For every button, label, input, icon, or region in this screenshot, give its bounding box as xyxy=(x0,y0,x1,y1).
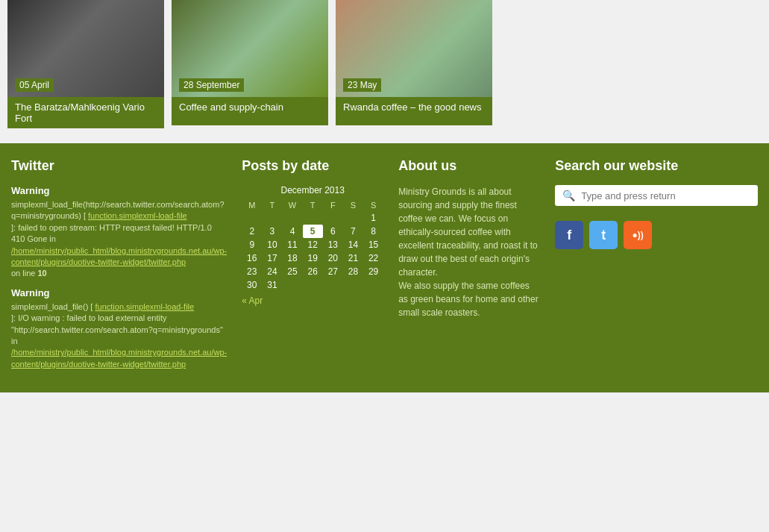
cal-th-m: M xyxy=(242,199,262,211)
about-title: About us xyxy=(398,158,540,174)
calendar-header-row: M T W T F S S xyxy=(242,199,383,211)
calendar-day[interactable]: 24 xyxy=(262,265,282,278)
search-box[interactable]: 🔍 xyxy=(555,185,758,206)
twitter-title: Twitter xyxy=(11,158,227,174)
posts-title: Posts by date xyxy=(242,158,383,174)
card-title-1: The Baratza/Mahlkoenig Vario Fort xyxy=(7,97,164,128)
twitter-social-label: t xyxy=(601,228,606,243)
calendar-day xyxy=(282,211,302,225)
calendar-day[interactable]: 14 xyxy=(343,238,363,251)
calendar-day[interactable]: 5 xyxy=(303,225,323,238)
calendar-day xyxy=(323,211,343,225)
calendar-row: 23242526272829 xyxy=(242,265,383,278)
card-list: 05 April The Baratza/Mahlkoenig Vario Fo… xyxy=(0,0,500,128)
calendar-day[interactable]: 3 xyxy=(262,225,282,238)
article-card-1[interactable]: 05 April The Baratza/Mahlkoenig Vario Fo… xyxy=(7,0,164,128)
search-title: Search our website xyxy=(555,158,758,174)
twitter-warning-1: Warning xyxy=(11,185,227,196)
twitter-path-2: /home/ministry/public_html/blog.ministry… xyxy=(11,348,227,368)
calendar-day[interactable]: 18 xyxy=(282,251,302,265)
footer-section: Twitter Warning simplexml_load_file(http… xyxy=(0,143,769,392)
twitter-error-2b: ]: I/O warning : failed to load external… xyxy=(11,313,223,345)
calendar-body: 1234567891011121314151617181920212223242… xyxy=(242,211,383,292)
card-date-1: 05 April xyxy=(15,78,54,92)
calendar-day[interactable]: 13 xyxy=(323,238,343,251)
cal-th-s1: S xyxy=(343,199,363,211)
search-input[interactable] xyxy=(581,190,750,201)
calendar-day xyxy=(343,278,363,292)
rss-label: ●)) xyxy=(633,230,644,240)
calendar-day[interactable]: 8 xyxy=(363,225,383,238)
calendar-day[interactable]: 26 xyxy=(303,265,323,278)
cal-prev-link[interactable]: « Apr xyxy=(242,295,263,306)
calendar-day[interactable]: 21 xyxy=(343,251,363,265)
cal-th-t2: T xyxy=(303,199,323,211)
about-column: About us Ministry Grounds is all about s… xyxy=(398,158,540,378)
calendar-row: 3031 xyxy=(242,278,383,292)
twitter-column: Twitter Warning simplexml_load_file(http… xyxy=(11,158,227,378)
calendar-day[interactable]: 6 xyxy=(323,225,343,238)
twitter-error-1: simplexml_load_file(http://search.twitte… xyxy=(11,199,227,280)
twitter-warning-2: Warning xyxy=(11,287,227,298)
twitter-path-1: /home/ministry/public_html/blog.ministry… xyxy=(11,246,227,266)
calendar-day[interactable]: 23 xyxy=(242,265,262,278)
calendar-day[interactable]: 27 xyxy=(323,265,343,278)
calendar-row: 9101112131415 xyxy=(242,238,383,251)
facebook-icon[interactable]: f xyxy=(555,221,583,249)
calendar-day xyxy=(303,211,323,225)
calendar-day[interactable]: 9 xyxy=(242,238,262,251)
calendar-day[interactable]: 17 xyxy=(262,251,282,265)
calendar-table: December 2013 M T W T F S S 123456789101… xyxy=(242,185,383,292)
calendar-day[interactable]: 16 xyxy=(242,251,262,265)
calendar-day[interactable]: 20 xyxy=(323,251,343,265)
calendar-day[interactable]: 19 xyxy=(303,251,323,265)
twitter-file-link-1: function.simplexml-load-file xyxy=(88,211,187,220)
article-card-3[interactable]: 23 May Rwanda coffee – the good news xyxy=(336,0,492,128)
calendar-day[interactable]: 25 xyxy=(282,265,302,278)
search-icon: 🔍 xyxy=(562,190,575,201)
facebook-label: f xyxy=(567,228,571,243)
calendar-row: 1 xyxy=(242,211,383,225)
calendar-nav: « Apr xyxy=(242,295,383,306)
calendar-day[interactable]: 1 xyxy=(363,211,383,225)
search-column: Search our website 🔍 f t ●)) xyxy=(555,158,758,378)
calendar-day xyxy=(323,278,343,292)
calendar-day[interactable]: 2 xyxy=(242,225,262,238)
cal-th-f: F xyxy=(323,199,343,211)
calendar-day[interactable]: 31 xyxy=(262,278,282,292)
social-icons: f t ●)) xyxy=(555,221,758,249)
twitter-file-link-2: function.simplexml-load-file xyxy=(95,302,195,311)
calendar-day[interactable]: 15 xyxy=(363,238,383,251)
calendar-day[interactable]: 7 xyxy=(343,225,363,238)
calendar-day xyxy=(242,211,262,225)
calendar-row: 2345678 xyxy=(242,225,383,238)
calendar-day xyxy=(363,278,383,292)
calendar-day[interactable]: 12 xyxy=(303,238,323,251)
card-title-3: Rwanda coffee – the good news xyxy=(336,97,492,125)
calendar-day[interactable]: 22 xyxy=(363,251,383,265)
calendar-day[interactable]: 11 xyxy=(282,238,302,251)
calendar-day xyxy=(282,278,302,292)
article-cards-section: 05 April The Baratza/Mahlkoenig Vario Fo… xyxy=(0,0,769,143)
twitter-error-1b: ]: failed to open stream: HTTP request f… xyxy=(11,223,212,243)
calendar-day xyxy=(343,211,363,225)
calendar-day[interactable]: 30 xyxy=(242,278,262,292)
rss-icon[interactable]: ●)) xyxy=(624,221,652,249)
calendar-day[interactable]: 28 xyxy=(343,265,363,278)
posts-column: Posts by date December 2013 M T W T F S … xyxy=(242,158,383,378)
calendar-day[interactable]: 10 xyxy=(262,238,282,251)
card-date-3: 23 May xyxy=(343,78,381,92)
cal-th-s2: S xyxy=(363,199,383,211)
calendar-day xyxy=(262,211,282,225)
card-date-2: 28 September xyxy=(179,78,244,92)
twitter-error-2: simplexml_load_file() [ function.simplex… xyxy=(11,301,227,370)
calendar-day[interactable]: 4 xyxy=(282,225,302,238)
cal-th-w: W xyxy=(282,199,302,211)
calendar-month-year: December 2013 xyxy=(242,185,383,195)
calendar-row: 16171819202122 xyxy=(242,251,383,265)
twitter-social-icon[interactable]: t xyxy=(589,221,618,249)
card-title-2: Coffee and supply-chain xyxy=(172,97,328,125)
calendar-day[interactable]: 29 xyxy=(363,265,383,278)
article-card-2[interactable]: 28 September Coffee and supply-chain xyxy=(172,0,328,128)
twitter-line-1: 10 xyxy=(37,269,46,278)
